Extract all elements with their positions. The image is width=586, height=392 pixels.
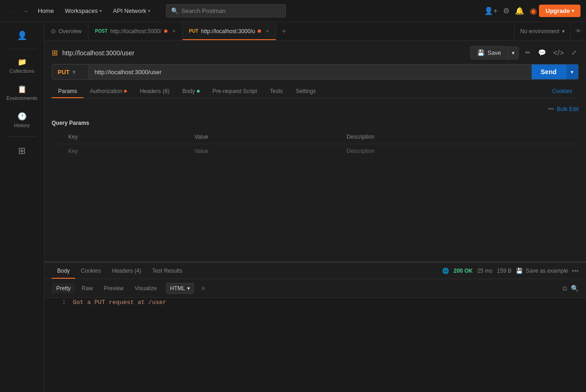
sidebar: 👤 📁 Collections 📋 Environments 🕐 History…	[0, 22, 44, 392]
tab-overview[interactable]: ⊙ Overview	[44, 22, 89, 40]
main-layout: 👤 📁 Collections 📋 Environments 🕐 History…	[0, 22, 586, 392]
chevron-down-icon: ▾	[562, 28, 565, 35]
chevron-down-icon: ▾	[148, 8, 150, 13]
response-action-icons: ⧉ 🔍	[562, 285, 579, 293]
request-tabs: Params Authorization Headers (8) Body Pr…	[52, 84, 579, 99]
row-key[interactable]: Key	[63, 144, 189, 158]
sidebar-item-new[interactable]: ⊞	[3, 140, 41, 161]
search-icon[interactable]: 🔍	[571, 285, 579, 293]
invite-icon[interactable]: 👤+	[484, 6, 497, 15]
save-dropdown-button[interactable]: ▾	[508, 47, 519, 59]
raw-tab[interactable]: Raw	[77, 283, 97, 293]
nav-api-network[interactable]: API Network ▾	[108, 6, 155, 16]
eye-icon: 👁	[575, 28, 581, 35]
send-dropdown-button[interactable]: ▾	[566, 64, 578, 79]
sidebar-divider-2	[6, 136, 37, 137]
format-selector[interactable]: HTML ▾	[166, 283, 194, 294]
edit-icon[interactable]: ✏	[523, 47, 533, 59]
request-icon: ⊞	[52, 48, 58, 57]
nav-workspaces[interactable]: Workspaces ▾	[60, 6, 107, 16]
save-example-button[interactable]: 💾 Save as example	[516, 268, 568, 274]
sidebar-item-collections[interactable]: 📁 Collections	[3, 53, 41, 78]
description-col-header: Description	[341, 130, 579, 144]
environment-selector[interactable]: No environment ▾	[514, 22, 570, 40]
request-header: ⊞ http://localhost:3000/user 💾 Save ▾ ✏ …	[52, 46, 579, 59]
tab-method-post: POST	[95, 29, 107, 34]
sidebar-item-environments[interactable]: 📋 Environments	[3, 80, 41, 105]
resp-tab-cookies[interactable]: Cookies	[75, 263, 106, 279]
environment-view-icon[interactable]: 👁	[570, 22, 586, 40]
tab-put-request[interactable]: PUT http://localhost:3000/u ✕	[183, 22, 276, 40]
sidebar-item-history[interactable]: 🕐 History	[3, 107, 41, 133]
tab-modified-dot-1	[164, 29, 167, 33]
globe-icon: 🌐	[442, 268, 449, 274]
tabs-bar: ⊙ Overview POST http://localhost:5000/ ✕…	[44, 22, 586, 41]
more-icon: •••	[548, 106, 554, 112]
cookies-link[interactable]: Cookies	[546, 84, 579, 98]
tab-settings[interactable]: Settings	[290, 84, 322, 98]
tab-tests[interactable]: Tests	[263, 84, 289, 98]
chevron-down-icon: ▾	[572, 8, 574, 13]
params-section: ••• Bulk Edit Query Params Key Value Des…	[52, 103, 579, 256]
method-label: PUT	[58, 69, 70, 76]
request-title: http://localhost:3000/user	[62, 49, 466, 57]
row-description[interactable]: Description	[341, 144, 579, 158]
save-button-group: 💾 Save ▾	[470, 46, 519, 59]
send-button[interactable]: Send	[532, 64, 566, 79]
expand-icon[interactable]: ⤢	[569, 47, 579, 59]
bulk-edit-button[interactable]: Bulk Edit	[557, 106, 579, 112]
copy-icon[interactable]: ⧉	[562, 285, 567, 293]
save-button[interactable]: 💾 Save	[470, 46, 508, 59]
back-arrow[interactable]: ←	[6, 6, 18, 17]
forward-arrow[interactable]: →	[19, 6, 31, 17]
search-bar[interactable]: 🔍 Search Postman	[166, 4, 286, 18]
nav-home[interactable]: Home	[33, 6, 59, 16]
status-size-label: 159 B	[497, 268, 511, 274]
resp-tab-body[interactable]: Body	[52, 263, 75, 279]
comment-icon[interactable]: 💬	[536, 47, 548, 59]
environments-icon: 📋	[18, 85, 27, 94]
search-icon: 🔍	[171, 7, 178, 14]
sidebar-item-user[interactable]: 👤	[3, 26, 41, 45]
save-example-icon: 💾	[516, 268, 523, 274]
tab-headers[interactable]: Headers (8)	[133, 84, 176, 98]
tab-pre-request-script[interactable]: Pre-request Script	[206, 84, 264, 98]
tab-spacer	[292, 22, 515, 40]
tab-body[interactable]: Body	[176, 84, 206, 98]
row-value[interactable]: Value	[189, 144, 341, 158]
resp-tab-headers[interactable]: Headers (4)	[107, 263, 147, 279]
upgrade-button[interactable]: Upgrade ▾	[539, 5, 580, 17]
response-body-toolbar: Pretty Raw Preview Visualize HTML ▾ ≡ ⧉	[44, 279, 586, 298]
url-input[interactable]	[89, 65, 532, 79]
body-dot	[197, 90, 200, 93]
response-more-icon[interactable]: •••	[572, 267, 579, 275]
method-selector[interactable]: PUT ▾	[52, 65, 89, 79]
settings-icon[interactable]: ⚙	[503, 6, 509, 15]
tab-add-button[interactable]: +	[276, 22, 291, 40]
new-icon: ⊞	[18, 145, 26, 156]
overview-icon: ⊙	[51, 28, 56, 35]
preview-tab[interactable]: Preview	[99, 283, 128, 293]
response-tabs-bar: Body Cookies Headers (4) Test Results 🌐 …	[44, 263, 586, 279]
tab-params[interactable]: Params	[52, 84, 83, 98]
profile-icon[interactable]: ◉	[530, 6, 537, 16]
tab-close-1[interactable]: ✕	[172, 29, 176, 34]
content-area: ⊙ Overview POST http://localhost:5000/ ✕…	[44, 22, 586, 392]
tab-close-2[interactable]: ✕	[266, 29, 269, 34]
visualize-tab[interactable]: Visualize	[130, 283, 161, 293]
checkbox-col-header	[52, 130, 63, 144]
resp-tab-test-results[interactable]: Test Results	[147, 263, 188, 279]
status-time-label: 25 ms	[477, 268, 492, 274]
history-icon: 🕐	[18, 112, 27, 121]
collections-icon: 📁	[18, 58, 27, 66]
wrap-icon[interactable]: ≡	[199, 283, 208, 294]
tab-post-request[interactable]: POST http://localhost:5000/ ✕	[89, 22, 183, 40]
tab-authorization[interactable]: Authorization	[83, 84, 133, 98]
tab-overview-label: Overview	[59, 28, 82, 35]
query-params-title: Query Params	[52, 115, 579, 130]
code-line-1: 1 Got a PUT request at /user	[44, 298, 586, 307]
nav-icons: 👤+ ⚙ 🔔 ◉	[484, 6, 537, 16]
code-icon[interactable]: </>	[551, 47, 566, 59]
pretty-tab[interactable]: Pretty	[52, 283, 75, 293]
notifications-icon[interactable]: 🔔	[515, 6, 524, 15]
